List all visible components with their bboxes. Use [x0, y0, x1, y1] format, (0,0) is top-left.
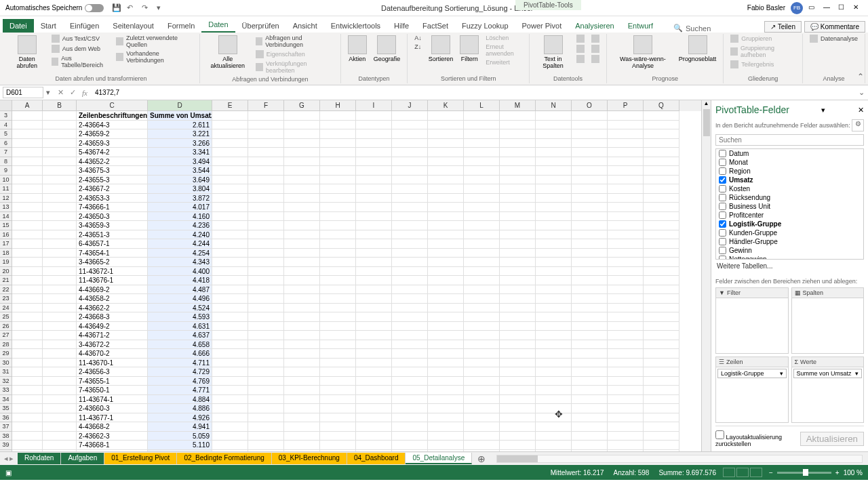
cell[interactable] [608, 386, 644, 395]
row-header[interactable]: 17 [0, 239, 12, 249]
cell[interactable] [644, 294, 679, 304]
column-header[interactable]: J [392, 100, 428, 111]
cell[interactable] [608, 340, 644, 350]
cell[interactable] [464, 203, 500, 212]
cell[interactable] [572, 304, 608, 313]
cell[interactable] [572, 267, 608, 277]
cell[interactable] [428, 121, 464, 130]
cell[interactable] [464, 285, 500, 295]
tab-review[interactable]: Überprüfen [235, 19, 286, 33]
cell[interactable] [392, 367, 428, 377]
field-item[interactable]: Gewinn [716, 246, 863, 255]
cell[interactable]: 2-43664-3 [77, 121, 148, 130]
name-box-dropdown-icon[interactable]: ▾ [46, 88, 54, 97]
cell[interactable] [572, 395, 608, 405]
cell[interactable] [536, 304, 572, 313]
cell[interactable] [572, 413, 608, 423]
cell[interactable]: 3.649 [148, 176, 212, 185]
cell[interactable] [356, 157, 392, 167]
cell[interactable]: 4.487 [148, 285, 212, 295]
cell[interactable] [536, 331, 572, 340]
cell[interactable]: 3.872 [148, 194, 212, 203]
cell[interactable] [644, 359, 679, 368]
cell[interactable] [12, 139, 43, 148]
cell[interactable] [248, 367, 284, 377]
minimize-icon[interactable]: — [823, 3, 833, 13]
existing-conn-button[interactable]: Vorhandene Verbindungen [113, 49, 195, 64]
cell[interactable] [500, 203, 536, 212]
field-item[interactable]: Business Unit [716, 202, 863, 211]
cell[interactable]: 4.254 [148, 249, 212, 258]
cell[interactable] [500, 121, 536, 130]
cell[interactable] [644, 367, 679, 377]
cell[interactable] [572, 221, 608, 230]
cell[interactable]: 4-43669-2 [77, 285, 148, 295]
cell[interactable] [608, 349, 644, 359]
cell[interactable] [500, 267, 536, 277]
cell[interactable] [284, 121, 320, 130]
field-checkbox[interactable] [719, 167, 726, 175]
sort-button[interactable]: Sortieren [426, 34, 456, 64]
field-item[interactable]: Rücksendung [716, 193, 863, 202]
cell[interactable] [284, 148, 320, 157]
tab-powerpivot[interactable]: Power Pivot [515, 19, 569, 33]
consolidate-button[interactable] [589, 34, 602, 43]
cell[interactable] [212, 129, 248, 139]
column-header[interactable]: L [464, 100, 500, 111]
cell[interactable] [500, 386, 536, 395]
field-item[interactable]: Händler-Gruppe [716, 237, 863, 246]
cell[interactable] [572, 166, 608, 176]
data-model-button[interactable] [589, 54, 602, 64]
cell[interactable] [356, 294, 392, 304]
tab-home[interactable]: Start [34, 19, 63, 33]
cell[interactable] [608, 450, 644, 452]
cell[interactable] [536, 322, 572, 331]
sort-desc-button[interactable]: Z↓ [412, 43, 425, 51]
row-header[interactable]: 31 [0, 367, 12, 377]
cell[interactable] [12, 239, 43, 249]
cell[interactable] [536, 367, 572, 377]
field-checkbox[interactable] [719, 211, 726, 219]
cell[interactable] [320, 258, 356, 267]
cell[interactable] [356, 312, 392, 322]
cell[interactable]: 4.244 [148, 239, 212, 249]
cell[interactable] [464, 340, 500, 350]
cell[interactable] [608, 249, 644, 258]
cell[interactable] [392, 176, 428, 185]
cell[interactable] [212, 239, 248, 249]
cell[interactable] [248, 294, 284, 304]
cell[interactable] [356, 276, 392, 285]
cell[interactable] [428, 359, 464, 368]
cell[interactable] [284, 304, 320, 313]
cell[interactable] [248, 239, 284, 249]
cell[interactable] [356, 139, 392, 148]
field-checkbox[interactable] [719, 176, 726, 184]
cell[interactable]: 2-43653-3 [77, 194, 148, 203]
cell[interactable] [356, 239, 392, 249]
cell[interactable] [428, 267, 464, 277]
zoom-slider[interactable] [777, 472, 831, 474]
cell[interactable] [248, 377, 284, 386]
cell[interactable] [572, 111, 608, 121]
cell[interactable] [500, 413, 536, 423]
cell[interactable] [428, 166, 464, 176]
cell[interactable] [12, 230, 43, 240]
cell[interactable] [248, 322, 284, 331]
cell[interactable] [392, 184, 428, 194]
row-header[interactable]: 28 [0, 340, 12, 350]
cell[interactable] [284, 312, 320, 322]
toggle-switch[interactable] [85, 4, 104, 12]
cell[interactable]: 4.017 [148, 203, 212, 212]
cell[interactable] [392, 121, 428, 130]
field-item[interactable]: Region [716, 167, 863, 176]
cell[interactable] [644, 340, 679, 350]
cell[interactable] [284, 111, 320, 121]
cell[interactable] [320, 285, 356, 295]
cell[interactable] [536, 432, 572, 441]
tab-developer[interactable]: Entwicklertools [324, 19, 387, 33]
cell[interactable] [284, 239, 320, 249]
cell[interactable] [12, 304, 43, 313]
grid-body[interactable]: 3Zeilenbeschriftungen↓▾Summe von Umsatz4… [0, 111, 701, 451]
cell[interactable] [572, 176, 608, 185]
cell[interactable] [212, 441, 248, 450]
